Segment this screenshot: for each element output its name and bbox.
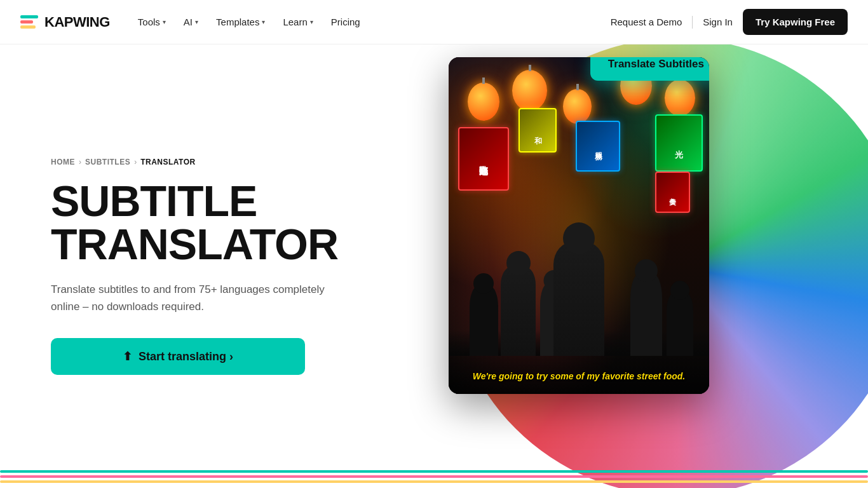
bottom-lines bbox=[0, 470, 868, 488]
header-left: KAPWING Tools ▾ AI ▾ Templates ▾ Learn ▾… bbox=[20, 11, 368, 32]
color-line-teal bbox=[0, 470, 868, 473]
sign-in-link[interactable]: Sign In bbox=[703, 17, 733, 27]
breadcrumb-current: TRANSLATOR bbox=[140, 158, 196, 166]
right-section: 歡迎光臨 光 和 服務 美食 bbox=[410, 44, 868, 488]
breadcrumb-subtitles[interactable]: SUBTITLES bbox=[85, 158, 130, 166]
crowd bbox=[449, 229, 709, 356]
color-line-yellow bbox=[0, 480, 868, 483]
chevron-down-icon: ▾ bbox=[262, 18, 265, 25]
chevron-down-icon: ▾ bbox=[195, 18, 198, 25]
header-divider bbox=[692, 16, 693, 29]
header-right: Request a Demo Sign In Try Kapwing Free bbox=[611, 9, 848, 35]
hero-description: Translate subtitles to and from 75+ lang… bbox=[51, 281, 330, 315]
nav-item-ai[interactable]: AI ▾ bbox=[176, 11, 206, 32]
try-free-button[interactable]: Try Kapwing Free bbox=[743, 9, 848, 35]
street-scene: 歡迎光臨 光 和 服務 美食 bbox=[449, 57, 709, 394]
breadcrumb: HOME › SUBTITLES › TRANSLATOR bbox=[51, 158, 356, 166]
chevron-down-icon: ▾ bbox=[163, 18, 166, 25]
breadcrumb-sep-2: › bbox=[134, 158, 137, 166]
nav-item-templates[interactable]: Templates ▾ bbox=[208, 11, 273, 32]
logo-icon bbox=[20, 15, 38, 29]
image-bg: 歡迎光臨 光 和 服務 美食 bbox=[449, 57, 709, 394]
hero-title: SUBTITLE TRANSLATOR bbox=[51, 179, 356, 266]
translate-badge: Translate Subtitles bbox=[590, 57, 709, 81]
logo-text: KAPWING bbox=[44, 14, 110, 30]
color-line-pink bbox=[0, 475, 868, 478]
logo[interactable]: KAPWING bbox=[20, 14, 110, 30]
left-section: HOME › SUBTITLES › TRANSLATOR SUBTITLE T… bbox=[0, 158, 356, 375]
upload-icon: ⬆ bbox=[123, 349, 132, 363]
nav-item-tools[interactable]: Tools ▾ bbox=[130, 11, 173, 32]
breadcrumb-sep-1: › bbox=[79, 158, 81, 166]
start-translating-button[interactable]: ⬆ Start translating › bbox=[51, 338, 305, 375]
request-demo-link[interactable]: Request a Demo bbox=[611, 17, 682, 27]
breadcrumb-home[interactable]: HOME bbox=[51, 158, 75, 166]
nav-item-pricing[interactable]: Pricing bbox=[323, 11, 368, 32]
chevron-down-icon: ▾ bbox=[310, 18, 313, 25]
nav-item-learn[interactable]: Learn ▾ bbox=[275, 11, 320, 32]
main-content: HOME › SUBTITLES › TRANSLATOR SUBTITLE T… bbox=[0, 44, 868, 488]
subtitle-overlay-text: We're going to try some of my favorite s… bbox=[449, 371, 709, 381]
image-card: 歡迎光臨 光 和 服務 美食 bbox=[449, 57, 709, 394]
header: KAPWING Tools ▾ AI ▾ Templates ▾ Learn ▾… bbox=[0, 0, 868, 44]
main-nav: Tools ▾ AI ▾ Templates ▾ Learn ▾ Pricing bbox=[130, 11, 368, 32]
